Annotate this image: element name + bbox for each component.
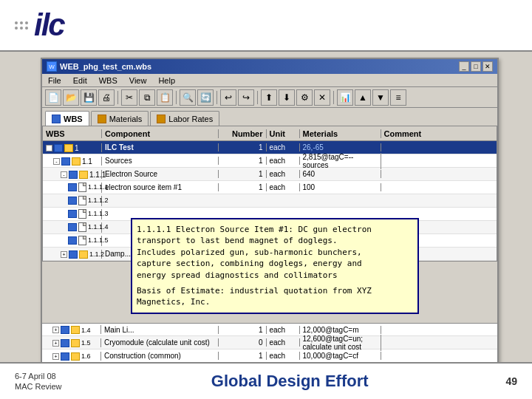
chart-button[interactable]: 📊	[337, 89, 353, 106]
cell-materials: 12,600@tagC=un; calculate unit cost	[300, 335, 381, 351]
footer-page: 49	[505, 375, 517, 387]
col-header-component: Component	[102, 129, 219, 138]
table-row[interactable]: - 1.1 Sources 1 each 2,815@tagC=--source…	[43, 154, 497, 168]
extra-button[interactable]: ≡	[390, 89, 406, 106]
labor-tab-icon	[157, 115, 166, 123]
cell-wbs: 1.1.1.5	[43, 236, 102, 246]
cell-component: ILC Test	[102, 143, 219, 151]
cell-unit: each	[267, 352, 300, 360]
tab-labor-rates[interactable]: Labor Rates	[150, 111, 219, 126]
table-row[interactable]: + 1.5 Cryomodule (calculate unit cost) 0…	[42, 336, 497, 349]
node-icon	[61, 339, 69, 347]
new-button[interactable]: 📄	[45, 89, 61, 106]
tree-indent: - 1	[46, 144, 79, 152]
folder-icon	[71, 352, 80, 361]
separator4	[257, 91, 258, 104]
expand-icon[interactable]: -	[53, 158, 60, 165]
open-button[interactable]: 📂	[63, 89, 79, 106]
cell-component: Sources	[102, 157, 219, 165]
toolbar: 📄 📂 💾 🖨 ✂ ⧉ 📋 🔍 🔄 ↩ ↪ ⬆ ⬇ ⚙ ✕ 📊 ▲ ▼ ≡	[42, 87, 497, 108]
redo-button[interactable]: ↪	[238, 89, 254, 106]
expand-icon[interactable]: +	[52, 353, 59, 360]
table-row[interactable]: + 1.4 Main Li... 1 each 12,000@tagC=m	[42, 323, 497, 336]
cell-wbs: - 1.1	[43, 157, 102, 166]
cut-button[interactable]: ✂	[121, 89, 137, 106]
cell-unit: each	[267, 157, 300, 165]
copy-button[interactable]: ⧉	[139, 89, 155, 106]
cell-materials: 640	[300, 170, 381, 178]
tab-wbs[interactable]: WBS	[45, 111, 89, 126]
cell-number: 1	[219, 326, 267, 334]
tree-indent: 1.1.1.1	[46, 183, 109, 192]
node-icon	[68, 236, 77, 245]
table-row[interactable]: + 1.6 Construction (common) 1 each 10,00…	[42, 349, 497, 363]
page-icon	[78, 209, 86, 219]
save-button[interactable]: 💾	[81, 89, 97, 106]
top-header: ilc	[0, 0, 532, 52]
menu-bar: File Edit WBS View Help	[42, 74, 497, 87]
menu-help[interactable]: Help	[155, 75, 178, 86]
expand-icon[interactable]: +	[61, 251, 67, 258]
cell-unit: each	[267, 326, 300, 334]
table-row[interactable]: - 1 ILC Test 1 each 26,-65	[43, 141, 497, 154]
table-row[interactable]: 1.1.1.2	[43, 194, 497, 208]
expand-icon[interactable]: +	[52, 340, 59, 347]
cell-materials: 100	[300, 183, 381, 191]
menu-file[interactable]: File	[45, 75, 64, 86]
cell-wbs: + 1.4	[42, 325, 101, 334]
expand-icon[interactable]: -	[61, 171, 67, 178]
window-icon: W	[47, 61, 57, 72]
cell-materials: 2,815@tagC=--sources	[300, 153, 381, 169]
undo-button[interactable]: ↩	[220, 89, 236, 106]
node-icon	[61, 157, 70, 166]
dot	[15, 27, 18, 30]
cell-wbs: 1.1.1.1	[43, 183, 102, 193]
wbs-value: 1.1.1.4	[88, 223, 109, 231]
cell-wbs: + 1.1.2	[43, 250, 102, 259]
tree-indent: + 1.6	[45, 352, 91, 361]
tab-materials[interactable]: Materials	[91, 111, 149, 126]
search-button[interactable]: 🔍	[180, 89, 196, 106]
delete-button[interactable]: ✕	[314, 89, 330, 106]
expand-icon[interactable]: +	[52, 327, 59, 333]
col-header-number: Number	[219, 129, 267, 138]
close-button[interactable]: ✕	[482, 61, 493, 72]
wbs-value: 1.1.1.2	[88, 197, 109, 204]
separator	[117, 91, 118, 104]
folder-icon	[79, 171, 88, 179]
tab-wbs-label: WBS	[64, 115, 83, 123]
menu-edit[interactable]: Edit	[70, 75, 90, 86]
down2-button[interactable]: ▼	[372, 89, 389, 106]
footer: 6-7 April 08 MAC Review Global Design Ef…	[0, 362, 532, 399]
tooltip-line: energy spread diagnostics and collimator…	[137, 270, 413, 281]
page-icon	[78, 222, 86, 232]
cell-unit: each	[267, 143, 300, 151]
wbs-value: 1.1.1.5	[88, 236, 109, 244]
menu-view[interactable]: View	[126, 75, 150, 86]
refresh-button[interactable]: 🔄	[197, 89, 214, 106]
table-row[interactable]: 1.1.1.1 electron source item #1 1 each 1…	[43, 181, 497, 194]
tool1-button[interactable]: ⚙	[296, 89, 313, 106]
cell-component: Main Li...	[101, 326, 219, 334]
minimize-button[interactable]: _	[459, 61, 469, 72]
print-button[interactable]: 🖨	[98, 89, 115, 106]
col-header-comment: Comment	[381, 129, 497, 138]
folder-icon	[71, 339, 80, 347]
maximize-button[interactable]: □	[471, 61, 481, 72]
wbs-tab-icon	[52, 115, 61, 123]
expand-icon[interactable]: -	[46, 145, 52, 151]
cell-wbs: - 1	[43, 143, 102, 152]
up-button[interactable]: ⬆	[261, 89, 277, 106]
cell-number: 1	[219, 143, 267, 151]
cell-wbs: - 1.1.1	[43, 170, 102, 179]
wbs-value: 1.1.1.3	[88, 210, 109, 217]
tooltip-line: transport to last bend magnet of doglegs…	[137, 235, 413, 246]
table-row[interactable]: - 1.1.1 Electron Source 1 each 640	[43, 168, 497, 181]
tab-bar: WBS Materials Labor Rates	[42, 108, 497, 126]
down-button[interactable]: ⬇	[279, 89, 295, 106]
node-icon	[69, 171, 78, 179]
up2-button[interactable]: ▲	[355, 89, 371, 106]
menu-wbs[interactable]: WBS	[96, 75, 120, 86]
paste-button[interactable]: 📋	[157, 89, 173, 106]
node-icon	[68, 210, 77, 218]
